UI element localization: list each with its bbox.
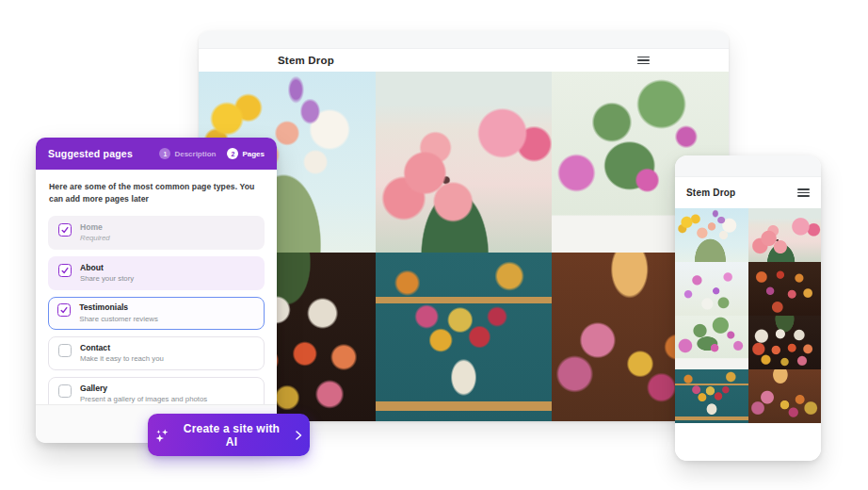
- page-item-title: Contact: [80, 343, 164, 353]
- photo-pink-gerberas: [376, 72, 553, 253]
- dialog-intro-text: Here are some of the most common page ty…: [49, 181, 264, 206]
- phone-chrome-bar: [675, 155, 821, 177]
- checkbox-unchecked-icon[interactable]: [58, 384, 72, 398]
- step-description[interactable]: 1 Description: [159, 148, 216, 159]
- page-background: Stem Drop Stem Drop: [0, 0, 868, 490]
- photo-tulip-rows: [748, 262, 822, 316]
- photo-potted-plants: [675, 316, 748, 369]
- checkbox-unchecked-icon[interactable]: [58, 344, 72, 357]
- dialog-title: Suggested pages: [48, 148, 133, 159]
- step-label: Description: [174, 150, 216, 158]
- checkbox-checked-icon[interactable]: [58, 264, 72, 277]
- photo-teal-shelf-wall: [376, 253, 553, 421]
- page-item-subtitle: Share your story: [80, 274, 134, 284]
- checkbox-checked-icon[interactable]: [57, 303, 71, 317]
- photo-pink-gerberas: [748, 208, 822, 262]
- photo-pastel-bouquet: [675, 208, 748, 262]
- suggested-pages-dialog: Suggested pages 1 Description 2 Pages He…: [36, 138, 277, 443]
- page-item-home[interactable]: Home Required: [48, 216, 265, 250]
- photo-warm-flower-shop: [748, 369, 822, 423]
- create-site-ai-button[interactable]: Create a site with AI: [148, 414, 310, 456]
- page-item-subtitle: Required: [80, 234, 110, 243]
- hamburger-menu-icon[interactable]: [637, 54, 650, 66]
- desktop-photo-grid: [199, 72, 729, 421]
- page-item-contact[interactable]: Contact Make it easy to reach you: [48, 336, 265, 370]
- page-type-list: Home Required About Share your story T: [48, 216, 265, 412]
- step-number-badge: 1: [159, 148, 170, 159]
- photo-teal-shelf-wall: [675, 369, 748, 423]
- step-label: Pages: [242, 150, 265, 158]
- page-item-title: Home: [80, 222, 110, 233]
- page-item-subtitle: Make it easy to reach you: [80, 354, 164, 364]
- step-indicator: 1 Description 2 Pages: [159, 148, 265, 159]
- desktop-site-title: Stem Drop: [278, 55, 334, 66]
- sparkles-icon: [153, 427, 170, 444]
- page-item-title: Gallery: [80, 384, 207, 394]
- page-item-subtitle: Present a gallery of images and photos: [80, 395, 207, 404]
- mobile-site-header: Stem Drop: [675, 177, 821, 208]
- chevron-right-icon: [293, 430, 304, 441]
- mobile-photo-grid: [675, 208, 821, 423]
- mobile-phone-window: Stem Drop: [675, 155, 821, 461]
- step-number-badge: 2: [227, 148, 238, 159]
- step-pages[interactable]: 2 Pages: [227, 148, 265, 159]
- page-item-title: About: [80, 263, 134, 273]
- mobile-site-title: Stem Drop: [686, 188, 735, 198]
- dialog-header: Suggested pages 1 Description 2 Pages: [36, 138, 277, 170]
- page-item-subtitle: Share customer reviews: [79, 315, 158, 324]
- desktop-site-header: Stem Drop: [199, 49, 729, 72]
- page-item-about[interactable]: About Share your story: [48, 256, 265, 290]
- browser-chrome-bar: [199, 31, 729, 49]
- desktop-browser-window: Stem Drop: [199, 31, 729, 421]
- phone-footer-area: [675, 423, 821, 461]
- page-item-testimonials[interactable]: Testimonials Share customer reviews: [48, 297, 265, 330]
- checkbox-checked-icon[interactable]: [58, 223, 72, 237]
- cta-label: Create a site with AI: [177, 422, 286, 449]
- page-item-title: Testimonials: [79, 302, 158, 313]
- hamburger-menu-icon[interactable]: [797, 187, 810, 199]
- photo-dark-flower-market: [748, 316, 822, 369]
- photo-garden-flowers: [675, 262, 748, 316]
